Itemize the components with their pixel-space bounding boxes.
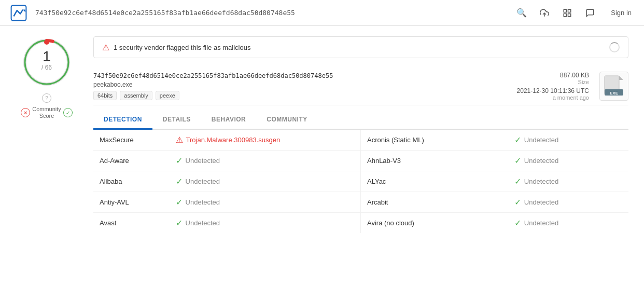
vendor-alibaba: Alibaba [93,171,170,192]
undetected-label: Undetected [186,157,220,165]
table-row: MaxSecure ⚠ Trojan.Malware.300983.susgen [93,130,360,151]
header: 743f50e92c6ef48d6514e0ce2a255165f83afb1a… [0,0,644,26]
community-score-question: ? [42,93,51,103]
table-row: AhnLab-V3 ✓ Undetected [361,151,628,171]
grid-icon[interactable] [561,7,573,19]
result-ahnlab: ✓ Undetected [508,151,628,171]
alert-icon: ⚠ [102,43,109,52]
result-adaware: ✓ Undetected [170,151,360,171]
table-row: Avira (no cloud) ✓ Undetected [361,213,628,234]
vendor-avast: Avast [93,213,170,234]
score-text: 1 / 66 [41,49,52,71]
file-type-label: EXE [603,91,625,96]
undetected-label: Undetected [524,178,559,185]
result-avast: ✓ Undetected [170,213,360,234]
score-circle: 1 / 66 [21,36,73,88]
upload-icon[interactable] [538,7,551,19]
table-row: Avast ✓ Undetected [93,213,360,234]
undetected-label: Undetected [186,178,220,185]
undetected-label: Undetected [186,219,220,227]
undetected-icon: ✓ [176,218,183,228]
score-dot [44,39,49,45]
undetected-label: Undetected [524,136,559,144]
svg-rect-3 [564,9,567,12]
file-info-row: 743f50e92c6ef48d6514e0ce2a255165f83afb1a… [93,66,628,105]
file-meta: 887.00 KB Size 2021-12-30 10:11:36 UTC a… [517,72,589,101]
tag-64bits[interactable]: 64bits [93,91,117,100]
tab-details[interactable]: DETAILS [152,111,201,130]
svg-rect-4 [568,9,571,12]
right-panel: ⚠ 1 security vendor flagged this file as… [93,36,628,233]
vendor-arcabit: Arcabit [361,192,508,213]
result-antiyavl: ✓ Undetected [170,192,360,213]
alert-text: 1 security vendor flagged this file as m… [114,44,250,51]
alert-banner: ⚠ 1 security vendor flagged this file as… [93,36,628,58]
vendor-avira: Avira (no cloud) [361,213,508,234]
detection-col-left: MaxSecure ⚠ Trojan.Malware.300983.susgen… [93,130,361,233]
file-date: 2021-12-30 10:11:36 UTC [517,87,589,94]
tab-detection[interactable]: DETECTION [93,111,152,130]
table-row: Ad-Aware ✓ Undetected [93,151,360,171]
svg-marker-11 [619,76,623,80]
file-size-label: Size [517,79,589,85]
undetected-label: Undetected [186,198,220,206]
sign-in-button[interactable]: Sign in [607,9,636,17]
table-row: Acronis (Static ML) ✓ Undetected [361,130,628,151]
vendor-adaware: Ad-Aware [93,151,170,171]
result-acronis: ✓ Undetected [508,130,628,151]
undetected-icon: ✓ [514,218,521,228]
file-name: peekaboo.exe [93,81,507,88]
undetected-label: Undetected [524,157,559,165]
table-row: Arcabit ✓ Undetected [361,192,628,213]
table-row: Alibaba ✓ Undetected [93,171,360,192]
table-row: ALYac ✓ Undetected [361,171,628,192]
loading-spinner [609,42,620,52]
svg-rect-5 [564,13,567,16]
community-score-negative-button[interactable]: ✕ [21,108,30,117]
detection-col-right: Acronis (Static ML) ✓ Undetected AhnLab-… [361,130,628,233]
detection-table: MaxSecure ⚠ Trojan.Malware.300983.susgen… [93,130,628,233]
score-panel: 1 / 66 ? ✕ CommunityScore ✓ [16,36,78,233]
undetected-label: Undetected [524,198,559,206]
vendor-antiyavl: Antiy-AVL [93,192,170,213]
undetected-icon: ✓ [514,176,521,186]
detected-link[interactable]: Trojan.Malware.300983.susgen [186,136,281,144]
file-icon: EXE [599,72,628,101]
undetected-label: Undetected [524,219,559,227]
result-arcabit: ✓ Undetected [508,192,628,213]
score-number: 1 [41,49,52,64]
result-avira: ✓ Undetected [508,213,628,234]
undetected-icon: ✓ [514,156,521,166]
file-size: 887.00 KB [517,72,589,79]
file-ago: a moment ago [517,94,589,101]
score-total: / 66 [41,64,52,71]
file-hash: 743f50e92c6ef48d6514e0ce2a255165f83afb1a… [93,72,507,79]
vendor-acronis: Acronis (Static ML) [361,130,508,151]
search-icon[interactable]: 🔍 [515,7,528,19]
main-container: 1 / 66 ? ✕ CommunityScore ✓ ⚠ 1 security… [0,26,644,243]
tag-assembly[interactable]: assembly [120,91,152,100]
undetected-icon: ✓ [176,197,183,207]
tag-peexe[interactable]: peexe [156,91,179,100]
undetected-icon: ✓ [176,176,183,186]
result-maxsecure: ⚠ Trojan.Malware.300983.susgen [170,130,360,151]
undetected-icon: ✓ [514,135,521,145]
detected-icon: ⚠ [176,135,183,145]
chat-icon[interactable] [584,7,596,19]
community-score-row: ✕ CommunityScore ✓ [21,106,73,119]
header-hash: 743f50e92c6ef48d6514e0ce2a255165f83afb1a… [35,9,515,17]
logo[interactable] [8,3,29,23]
undetected-icon: ✓ [514,197,521,207]
result-alibaba: ✓ Undetected [170,171,360,192]
vendor-maxsecure: MaxSecure [93,130,170,151]
vendor-alyac: ALYac [361,171,508,192]
header-icons: 🔍 Sign in [515,7,636,19]
tab-behavior[interactable]: BEHAVIOR [201,111,256,130]
tabs: DETECTION DETAILS BEHAVIOR COMMUNITY [93,111,628,130]
undetected-icon: ✓ [176,156,183,166]
file-tags: 64bits assembly peexe [93,91,507,100]
community-score-positive-button[interactable]: ✓ [63,108,73,117]
result-alyac: ✓ Undetected [508,171,628,192]
file-info-main: 743f50e92c6ef48d6514e0ce2a255165f83afb1a… [93,72,507,100]
tab-community[interactable]: COMMUNITY [256,111,318,130]
